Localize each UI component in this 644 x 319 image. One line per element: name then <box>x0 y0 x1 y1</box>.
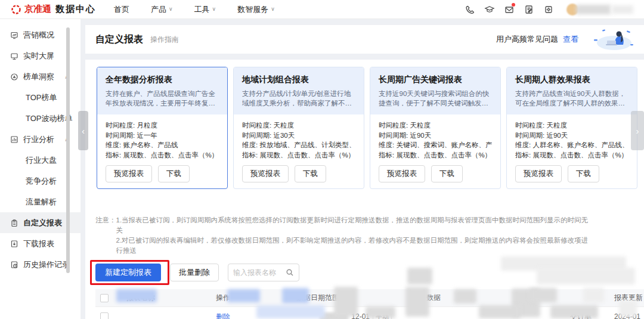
chevron-left-icon: ‹ <box>82 126 85 136</box>
search-icon[interactable] <box>286 268 294 277</box>
notes: 注意： 1.当报表已被订阅，则订阅周期内系统将按照您选择的订阅数据更新时间进行定… <box>95 215 644 256</box>
select-all-checkbox[interactable] <box>100 294 109 302</box>
faq-area: 用户高频常见问题 查看 <box>496 27 636 52</box>
card-spec: 时间粒度: 天粒度 <box>242 120 355 131</box>
report-table: 报表名称 操作 数据日期范围 ? 数据 报表更新 删除 12-01 手动 <box>95 289 644 319</box>
preview-report-button[interactable]: 预览报表 <box>106 165 152 182</box>
date-fragment: 12-01 <box>351 312 370 319</box>
note-line-2: 2.对已被订阅的报表再编辑时，若仅修改数据日期范围，则不影响定期推送的内容，若修… <box>116 236 593 256</box>
help-icon[interactable]: ? <box>342 294 349 302</box>
delete-link[interactable]: 删除 <box>216 312 230 319</box>
card-spec: 指标: 展现数、点击数、点击率（%）、总费用... <box>379 150 492 160</box>
nav-item-tools[interactable]: 工具 ∨ <box>194 4 216 15</box>
download-button[interactable]: 下载 <box>295 165 326 182</box>
nav-item-products[interactable]: 产品 ∨ <box>151 4 173 15</box>
topnav-right <box>465 4 633 16</box>
nav-item-home[interactable]: 首页 <box>114 4 129 15</box>
chevron-down-icon: ∨ <box>169 7 173 12</box>
card-spec: 时间周期: 近90天 <box>515 131 628 141</box>
card-description: 支持分产品线/计划/单元/创意进行地域维度叉乘分析，帮助商家了解不同地域的广告投… <box>242 89 355 108</box>
col-report-name: 报表名称 <box>120 293 210 303</box>
update-time-fragment: 2024-01 <box>605 312 644 319</box>
card-description: 支持在账户、产品线层级查询广告全年投放表现情况，主要用于年终复盘分析 <box>106 89 219 108</box>
survey-icon[interactable] <box>524 4 534 15</box>
text-fragment: 交订单 <box>570 312 592 319</box>
card-spec: 维度: 账户名称、产品线 <box>106 140 219 150</box>
card-spec: 指标: 展现数、点击数、点击率（%）、总费用... <box>515 150 628 160</box>
preview-report-button[interactable]: 预览报表 <box>379 165 425 182</box>
card-spec: 维度: 人群名称、账户名称、产品线、计划类型... <box>515 140 628 150</box>
brand-logo[interactable]: 京准通 数据中心 <box>11 4 96 15</box>
card-title: 长周期人群效果报表 <box>515 75 628 85</box>
main-content: 自定义报表 操作指南 用户高频常见问题 查看 <box>80 19 644 319</box>
sidebar-scrollbar[interactable] <box>66 27 70 273</box>
carousel-next-button[interactable]: › <box>631 111 644 150</box>
batch-delete-button[interactable]: 批量删除 <box>170 264 219 281</box>
report-search-box <box>228 264 299 281</box>
col-action: 操作 <box>210 293 290 303</box>
download-button[interactable]: 下载 <box>431 165 463 182</box>
create-custom-report-button[interactable]: 新建定制报表 <box>95 264 161 281</box>
service-hat-icon[interactable] <box>484 4 495 15</box>
chevron-right-icon: › <box>636 126 639 136</box>
app-center-icon[interactable] <box>543 4 554 15</box>
phone-icon[interactable] <box>465 4 475 15</box>
redaction-blur <box>576 5 611 14</box>
card-spec: 时间周期: 近90天 <box>379 131 492 141</box>
manual-tag: 手动 <box>373 311 392 319</box>
top-nav-items: 首页 产品 ∨ 工具 ∨ 数智服务 ∨ <box>114 4 275 15</box>
preview-report-button[interactable]: 预览报表 <box>242 165 289 182</box>
card-spec: 时间周期: 近30天 <box>242 131 355 141</box>
card-spec: 时间粒度: 天粒度 <box>515 120 628 131</box>
history-icon <box>10 261 18 269</box>
card-spec: 指标: 展现数、点击数、点击率（%）、总费用... <box>242 150 355 160</box>
redaction-blur <box>320 312 348 319</box>
template-card-keyword-longterm[interactable]: 长周期广告关键词报表 支持近90天关键词与搜索词组合的快捷查询，便于了解不同关键… <box>370 67 501 189</box>
brand-swirl-icon <box>11 4 21 15</box>
redaction-blur <box>612 5 633 14</box>
col-date-range: 数据日期范围 <box>296 293 339 303</box>
toolbar: 新建定制报表 批量删除 <box>95 264 644 281</box>
mail-icon[interactable] <box>504 4 515 15</box>
col-partial-redacted: 数据 <box>420 293 605 303</box>
row-checkbox[interactable] <box>100 312 109 319</box>
note-line-1: 1.当报表已被订阅，则订阅周期内系统将按照您选择的订阅数据更新时间进行定期推送数… <box>116 215 593 236</box>
screen-icon <box>10 52 18 60</box>
notification-badge <box>512 3 515 7</box>
bar-chart-icon <box>10 135 18 144</box>
card-description: 支持跨产品线查询近90天人群数据，可在全局维度了解不同人群的效果表现情况 <box>515 89 628 108</box>
download-button[interactable]: 下载 <box>158 165 190 182</box>
faq-view-link[interactable]: 查看 <box>563 34 578 45</box>
template-card-region-plan[interactable]: 地域计划组合报表 支持分产品线/计划/单元/创意进行地域维度叉乘分析，帮助商家了… <box>233 67 364 189</box>
overview-icon <box>10 31 18 39</box>
notes-prefix: 注意： <box>95 215 116 256</box>
table-header-row: 报表名称 操作 数据日期范围 ? 数据 报表更新 <box>95 289 644 307</box>
template-cards-row: 全年数据分析报表 支持在账户、产品线层级查询广告全年投放表现情况，主要用于年终复… <box>97 67 644 189</box>
card-title: 全年数据分析报表 <box>106 75 219 85</box>
guide-link[interactable]: 操作指南 <box>150 35 179 45</box>
card-spec: 时间粒度: 天粒度 <box>379 120 492 131</box>
content-panel: 全年数据分析报表 支持在账户、产品线层级查询广告全年投放表现情况，主要用于年终复… <box>85 60 644 319</box>
preview-report-button[interactable]: 预览报表 <box>515 165 562 182</box>
download-button[interactable]: 下载 <box>568 165 599 182</box>
download-icon <box>10 240 18 248</box>
brand-suffix: 数据中心 <box>55 4 96 15</box>
template-card-annual-data[interactable]: 全年数据分析报表 支持在账户、产品线层级查询广告全年投放表现情况，主要用于年终复… <box>97 67 228 189</box>
compass-icon <box>10 73 18 81</box>
user-avatar-redacted[interactable] <box>566 4 633 16</box>
card-description: 支持近90天关键词与搜索词组合的快捷查询，便于了解不同关键词触发搜索词的表现情况 <box>379 89 492 108</box>
sidebar: 营销概况 实时大屏 榜单洞察 ∧ TOP榜单 TOP波动榜单 行业分析 ∧ 行业… <box>0 19 80 319</box>
carousel-prev-button[interactable]: ‹ <box>78 111 88 150</box>
brand-name: 京准通 <box>24 4 51 15</box>
card-spec: 维度: 关键词、搜索词、账户名称、产品线、计... <box>379 140 492 150</box>
card-title: 地域计划组合报表 <box>242 75 355 85</box>
nav-item-digital-services[interactable]: 数智服务 ∨ <box>237 4 275 15</box>
search-input[interactable] <box>233 268 286 277</box>
template-card-audience-effect[interactable]: 长周期人群效果报表 支持跨产品线查询近90天人群数据，可在全局维度了解不同人群的… <box>506 67 637 189</box>
faq-label: 用户高频常见问题 <box>496 34 558 45</box>
card-spec: 时间粒度: 月粒度 <box>106 120 219 131</box>
chevron-down-icon: ∨ <box>271 7 275 12</box>
table-row: 删除 12-01 手动 交订单 2024-01 <box>95 307 644 319</box>
page-header: 自定义报表 操作指南 用户高频常见问题 查看 <box>85 25 644 54</box>
clipboard-icon <box>10 219 18 227</box>
